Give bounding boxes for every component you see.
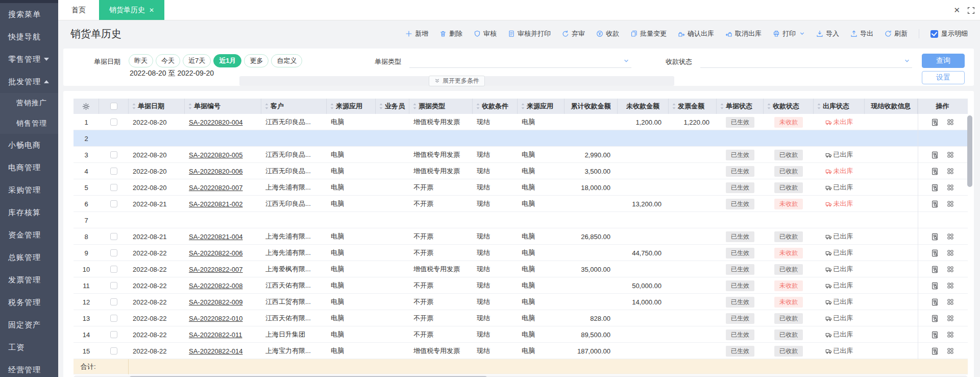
date-pill-昨天[interactable]: 昨天 — [129, 54, 153, 67]
view-detail-icon[interactable] — [931, 184, 939, 192]
sidebar-item-零售管理[interactable]: 零售管理 — [0, 48, 58, 70]
doc-type-select[interactable] — [409, 55, 631, 68]
pay-status-select[interactable] — [700, 55, 912, 68]
sidebar-item-经营管理[interactable]: 经营管理 — [0, 359, 58, 377]
more-actions-grid-icon[interactable] — [947, 315, 954, 322]
more-actions-grid-icon[interactable] — [947, 168, 954, 175]
plus-toolbar-button[interactable]: 新增 — [405, 29, 428, 38]
sidebar-item-固定资产[interactable]: 固定资产 — [0, 314, 58, 336]
refresh-toolbar-button[interactable]: 刷新 — [885, 29, 908, 38]
sort-icon[interactable] — [720, 103, 724, 110]
column-header-客户[interactable]: 客户 — [261, 99, 327, 114]
row-checkbox[interactable] — [99, 261, 129, 277]
table-row[interactable]: 12022-08-20SA-20220820-004江西无印良品...电脑增值税… — [74, 114, 968, 130]
view-detail-icon[interactable] — [931, 282, 939, 290]
doc-link[interactable]: SA-20220822-011 — [189, 331, 242, 339]
view-detail-icon[interactable] — [931, 315, 939, 322]
doc-link[interactable]: SA-20220820-005 — [189, 151, 243, 159]
doc-link[interactable]: SA-20220821-002 — [189, 200, 243, 208]
row-checkbox[interactable] — [99, 179, 129, 196]
sort-icon[interactable] — [330, 103, 334, 110]
row-checkbox[interactable] — [99, 228, 129, 245]
doc-link[interactable]: SA-20220822-010 — [189, 315, 243, 322]
boxcancel-toolbar-button[interactable]: 取消出库 — [725, 29, 762, 38]
table-row[interactable]: 92022-08-22SA-20220822-006上海先浦有限...电脑不开票… — [74, 245, 968, 261]
doc-link[interactable]: SA-20220821-004 — [189, 233, 243, 241]
query-button[interactable]: 查询 — [922, 54, 965, 68]
date-pill-近1月[interactable]: 近1月 — [213, 54, 241, 67]
sort-icon[interactable] — [188, 103, 192, 110]
date-pill-近7天[interactable]: 近7天 — [183, 54, 211, 67]
date-range-value[interactable]: 2022-08-20 至 2022-09-20 — [130, 69, 214, 78]
more-actions-grid-icon[interactable] — [947, 233, 954, 240]
column-header-业务员[interactable]: 业务员 — [376, 99, 409, 114]
column-header-收款状态[interactable]: 收款状态 — [764, 99, 814, 114]
more-actions-grid-icon[interactable] — [947, 151, 954, 158]
row-checkbox[interactable] — [99, 310, 129, 326]
column-header-单据状态[interactable]: 单据状态 — [717, 99, 764, 114]
export-toolbar-button[interactable]: 导出 — [850, 29, 873, 38]
show-detail-toggle[interactable]: 显示明细 — [930, 29, 968, 38]
column-header-来源应用[interactable]: 来源应用 — [327, 99, 376, 114]
table-row[interactable]: 82022-08-21SA-20220821-004上海先浦有限...电脑不开票… — [74, 228, 968, 245]
import-toolbar-button[interactable]: 导入 — [816, 29, 839, 38]
close-icon[interactable]: ✕ — [953, 6, 960, 15]
table-row[interactable]: 132022-08-22SA-20220822-010江西天佑有限...电脑不开… — [74, 310, 968, 326]
column-header-来源应用[interactable]: 来源应用 — [518, 99, 565, 114]
tab-close-icon[interactable]: ✕ — [149, 7, 154, 14]
view-detail-icon[interactable] — [931, 347, 939, 355]
shield-toolbar-button[interactable]: 审核 — [474, 29, 497, 38]
row-checkbox[interactable] — [99, 277, 129, 294]
more-actions-grid-icon[interactable] — [947, 266, 954, 273]
table-row[interactable]: 152022-08-22SA-20220822-014上海宝力有限...电脑增值… — [74, 343, 968, 359]
more-actions-grid-icon[interactable] — [947, 282, 954, 289]
doc-link[interactable]: SA-20220822-014 — [189, 347, 243, 355]
more-actions-grid-icon[interactable] — [947, 347, 954, 355]
doc-link[interactable]: SA-20220822-008 — [189, 282, 243, 290]
view-detail-icon[interactable] — [931, 168, 939, 175]
tab-sales-history[interactable]: 销货单历史 ✕ — [99, 0, 164, 20]
view-detail-icon[interactable] — [931, 331, 939, 339]
sort-icon[interactable] — [817, 103, 821, 110]
row-checkbox[interactable] — [99, 326, 129, 343]
column-settings-gear-icon[interactable] — [74, 99, 99, 114]
sort-icon[interactable] — [476, 103, 480, 110]
sidebar-item-总账管理[interactable]: 总账管理 — [0, 246, 58, 269]
sort-icon[interactable] — [767, 103, 771, 110]
batch-toolbar-button[interactable]: 批量变更 — [630, 29, 667, 38]
doc-link[interactable]: SA-20220822-009 — [189, 298, 243, 306]
row-checkbox[interactable] — [99, 245, 129, 261]
more-actions-grid-icon[interactable] — [947, 331, 954, 338]
table-row[interactable]: 2 — [74, 130, 968, 147]
more-actions-grid-icon[interactable] — [947, 119, 954, 126]
view-detail-icon[interactable] — [931, 119, 939, 126]
date-pill-今天[interactable]: 今天 — [156, 54, 180, 67]
sort-icon[interactable] — [132, 103, 136, 110]
table-row[interactable]: 102022-08-22SA-20220822-007上海爱枫有限...电脑增值… — [74, 261, 968, 277]
table-row[interactable]: 7 — [74, 212, 968, 228]
column-header-出库状态[interactable]: 出库状态 — [814, 99, 865, 114]
trash-toolbar-button[interactable]: 删除 — [439, 29, 462, 38]
docprint-toolbar-button[interactable]: 审核并打印 — [508, 29, 551, 38]
column-header-票据类型[interactable]: 票据类型 — [409, 99, 473, 114]
view-detail-icon[interactable] — [931, 151, 939, 159]
select-all-checkbox[interactable] — [99, 99, 129, 114]
date-pill-自定义[interactable]: 自定义 — [271, 54, 302, 67]
column-header-发票金额[interactable]: 发票金额 — [669, 99, 717, 114]
expand-more-button[interactable]: 展开更多条件 — [429, 76, 485, 86]
more-actions-grid-icon[interactable] — [947, 298, 954, 305]
tab-home[interactable]: 首页 — [58, 0, 99, 20]
table-row[interactable]: 122022-08-22SA-20220822-009江西工贸有限...电脑不开… — [74, 294, 968, 310]
printer-toolbar-button[interactable]: 打印 — [773, 29, 805, 38]
coin-toolbar-button[interactable]: 收款 — [596, 29, 619, 38]
vertical-scrollbar-thumb[interactable] — [967, 115, 972, 187]
row-checkbox[interactable] — [99, 114, 129, 130]
sidebar-item-采购管理[interactable]: 采购管理 — [0, 179, 58, 201]
sidebar-item-营销推广[interactable]: 营销推广 — [0, 93, 58, 113]
view-detail-icon[interactable] — [931, 233, 939, 241]
doc-link[interactable]: SA-20220820-007 — [189, 184, 243, 192]
column-header-收款条件[interactable]: 收款条件 — [473, 99, 518, 114]
view-detail-icon[interactable] — [931, 249, 939, 257]
fullscreen-icon[interactable] — [967, 7, 975, 14]
row-checkbox[interactable] — [99, 163, 129, 179]
